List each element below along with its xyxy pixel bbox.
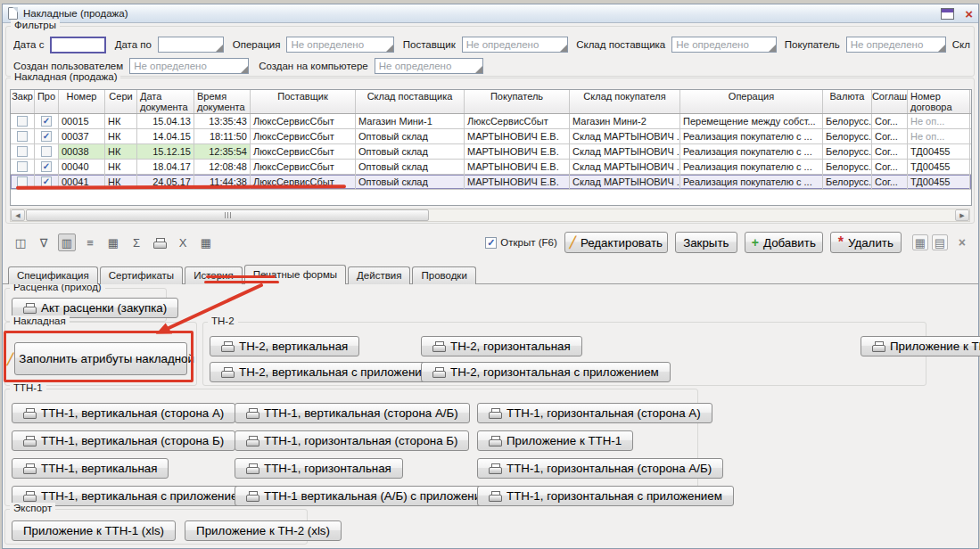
table-cell[interactable]: ТД00455 xyxy=(908,175,970,189)
table-cell[interactable]: Реализация покупателю с ... xyxy=(680,144,823,159)
table-cell[interactable]: Оптовый склад xyxy=(356,175,465,189)
unchecked-checkbox[interactable] xyxy=(17,116,28,127)
table-cell[interactable]: Склад МАРТЫНОВИЧ ... xyxy=(570,175,680,189)
calculator-icon[interactable]: ▦ xyxy=(104,234,122,251)
column-header[interactable]: Время документа xyxy=(194,90,251,113)
table-cell[interactable]: ЛюксСервисСбыт xyxy=(251,175,356,189)
unchecked-checkbox[interactable] xyxy=(41,146,52,157)
ttn1-horizontal-button[interactable]: ТТН-1, горизонтальная xyxy=(235,458,403,479)
print-icon[interactable] xyxy=(151,234,169,251)
scroll-right-icon[interactable]: ▶ xyxy=(955,209,969,221)
table-cell[interactable]: Белорусс... xyxy=(823,114,872,128)
table-cell[interactable]: Сог... xyxy=(872,175,908,189)
table-cell[interactable]: Склад МАРТЫНОВИЧ ... xyxy=(570,160,680,174)
sum-icon[interactable]: Σ xyxy=(128,234,145,251)
table-cell[interactable]: 00038 xyxy=(59,144,105,159)
table-cell[interactable]: 18:11:50 xyxy=(194,129,251,143)
table-cell[interactable]: 12:08:48 xyxy=(194,160,251,174)
column-header[interactable]: Дата документа xyxy=(137,90,194,113)
table-cell[interactable]: ТД00455 xyxy=(908,144,970,159)
horizontal-scrollbar[interactable]: ◀ ▶ xyxy=(10,209,970,222)
split-view-icon[interactable]: ◫ xyxy=(12,234,29,251)
tab-history[interactable]: История xyxy=(185,266,243,284)
scrollbar-thumb[interactable] xyxy=(26,209,429,221)
row-checkbox-cell[interactable] xyxy=(35,160,59,174)
table-row[interactable]: 00037НК14.04.1518:11:50ЛюксСервисСбытОпт… xyxy=(11,129,971,144)
table-cell[interactable]: МАРТЫНОВИЧ Е.В. xyxy=(465,144,570,159)
table-row[interactable]: 00041НК24.05.1711:44:38ЛюксСервисСбытОпт… xyxy=(11,175,971,190)
table-cell[interactable]: Перемещение между собст... xyxy=(680,114,823,128)
table-cell[interactable]: НК xyxy=(105,144,137,159)
ttn1-horizontal-side-b-button[interactable]: ТТН-1, горизонтальная (сторона Б) xyxy=(235,430,469,451)
table-cell[interactable]: Оптовый склад xyxy=(356,129,465,143)
tab-print-forms[interactable]: Печатные формы xyxy=(244,265,346,284)
column-header[interactable]: Соглаш xyxy=(872,90,908,113)
table-cell[interactable]: Белорусс... xyxy=(823,144,872,159)
supplier-store-filter-input[interactable]: Не определено xyxy=(671,37,777,53)
export-ttn1-xls-button[interactable]: Приложение к ТТН-1 (xls) xyxy=(12,520,176,541)
buyer-filter-input[interactable]: Не определено xyxy=(846,37,946,53)
close-window-icon[interactable]: × xyxy=(965,8,973,20)
tab-actions[interactable]: Действия xyxy=(348,266,410,284)
column-header[interactable]: Сери xyxy=(105,90,137,113)
ttn1-horizontal-with-appendix-button[interactable]: ТТН-1, горизонтальная с приложением xyxy=(477,486,734,506)
table-cell[interactable]: Склад МАРТЫНОВИЧ ... xyxy=(570,144,680,159)
unchecked-checkbox[interactable] xyxy=(17,146,28,157)
table-cell[interactable]: Реализация покупателю с ... xyxy=(680,160,823,174)
table-cell[interactable]: 00015 xyxy=(59,114,105,128)
columns-icon[interactable]: ▥ xyxy=(58,234,76,251)
ttn1-appendix-button[interactable]: Приложение к ТТН-1 xyxy=(477,430,633,451)
close-panel-icon[interactable]: × xyxy=(959,235,966,250)
row-checkbox-cell[interactable] xyxy=(35,144,59,159)
export-tn2-xls-button[interactable]: Приложение к ТН-2 (xls) xyxy=(185,520,342,541)
column-header[interactable]: Поставщик xyxy=(251,90,356,113)
grid-view-icon[interactable]: ▦ xyxy=(912,234,928,250)
add-button[interactable]: + Добавить xyxy=(745,232,823,253)
tn2-appendix-button[interactable]: Приложение к ТН-2 xyxy=(861,336,980,356)
numbered-list-icon[interactable]: ≡ xyxy=(81,234,99,251)
unchecked-checkbox[interactable] xyxy=(17,131,28,142)
ttn1-vertical-side-b-button[interactable]: ТТН-1, вертикальная (сторона Б) xyxy=(12,430,235,451)
table-cell[interactable]: 00041 xyxy=(59,175,105,189)
row-checkbox-cell[interactable] xyxy=(11,114,35,128)
created-by-input[interactable]: Не определено xyxy=(129,58,249,74)
fill-invoice-attributes-button[interactable]: ╱ Заполнить атрибуты накладной xyxy=(14,342,187,375)
table-cell[interactable]: ЛюксСервисСбыт xyxy=(465,114,570,128)
tab-postings[interactable]: Проводки xyxy=(412,266,475,284)
ttn1-vertical-side-ab-button[interactable]: ТТН-1, вертикальная (сторона А/Б) xyxy=(235,403,470,423)
open-checkbox-wrap[interactable]: Открыт (F6) xyxy=(485,237,556,249)
column-header[interactable]: Про xyxy=(35,90,59,113)
unchecked-checkbox[interactable] xyxy=(17,176,28,187)
table-cell[interactable]: НК xyxy=(105,160,137,174)
table-cell[interactable]: Белорусс... xyxy=(823,160,872,174)
tn2-vertical-button[interactable]: ТН-2, вертикальная xyxy=(210,336,359,356)
table-row[interactable]: 00040НК18.04.1712:08:48ЛюксСервисСбытОпт… xyxy=(11,160,971,175)
table-cell[interactable]: 15.12.15 xyxy=(137,144,194,159)
operation-filter-input[interactable]: Не определено xyxy=(286,37,393,53)
row-checkbox-cell[interactable] xyxy=(11,144,35,159)
tab-certificates[interactable]: Сертификаты xyxy=(100,266,183,284)
close-button[interactable]: Закрыть xyxy=(675,232,737,253)
table-cell[interactable]: Склад МАРТЫНОВИЧ ... xyxy=(570,129,680,143)
column-header[interactable]: Номер договора xyxy=(908,90,970,113)
table-cell[interactable]: МАРТЫНОВИЧ Е.В. xyxy=(465,175,570,189)
table-cell[interactable]: ТД00455 xyxy=(908,160,970,174)
tn2-horizontal-with-appendix-button[interactable]: ТН-2, горизонтальная с приложением xyxy=(421,362,671,382)
excel-icon[interactable]: X xyxy=(174,234,192,251)
table-cell[interactable]: ЛюксСервисСбыт xyxy=(251,160,356,174)
checked-checkbox[interactable] xyxy=(41,161,52,172)
open-checkbox[interactable] xyxy=(485,237,497,249)
ttn1-horizontal-side-a-button[interactable]: ТТН-1, горизонтальная (сторона А) xyxy=(477,403,712,423)
table-cell[interactable]: Сог... xyxy=(872,129,908,143)
table-cell[interactable]: ЛюксСервисСбыт xyxy=(251,129,356,143)
tab-specification[interactable]: Спецификация xyxy=(8,266,98,284)
table-cell[interactable]: НК xyxy=(105,114,137,128)
column-header[interactable]: Закр xyxy=(11,90,35,113)
table-cell[interactable]: Сог... xyxy=(872,160,908,174)
table-cell[interactable]: Не оп... xyxy=(908,114,970,128)
table-cell[interactable]: ЛюксСервисСбыт xyxy=(251,114,356,128)
column-header[interactable]: Склад поставщика xyxy=(356,90,465,113)
table-cell[interactable]: 15.04.13 xyxy=(137,114,194,128)
table-cell[interactable]: Реализация покупателю с ... xyxy=(680,129,823,143)
table-cell[interactable]: 00040 xyxy=(59,160,105,174)
